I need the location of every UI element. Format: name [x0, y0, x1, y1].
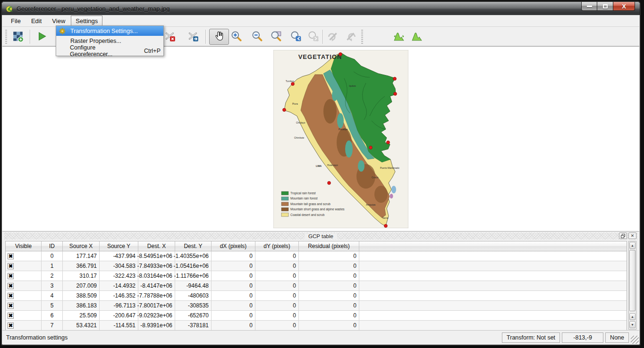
visible-cell[interactable]: ✖: [6, 251, 42, 261]
cell[interactable]: 177.147: [63, 251, 100, 261]
cell[interactable]: 0: [299, 271, 359, 281]
cell[interactable]: 0: [42, 251, 63, 261]
cell[interactable]: -1.05416e+06: [175, 261, 212, 271]
visible-cell[interactable]: ✖: [6, 291, 42, 301]
gcp-row-0[interactable]: ✖0177.147-437.994-8.54951e+06-1.40355e+0…: [6, 251, 627, 261]
column-header-dest-y[interactable]: Dest. Y: [175, 241, 212, 251]
gcp-row-7[interactable]: ✖753.4321-114.551-8.9391e+06-378181000: [6, 321, 627, 331]
gcp-row-1[interactable]: ✖1366.791-304.583-7.84933e+06-1.05416e+0…: [6, 261, 627, 271]
cell[interactable]: -7.84933e+06: [138, 261, 175, 271]
visible-cell[interactable]: ✖: [6, 271, 42, 281]
cell[interactable]: 0: [255, 311, 299, 321]
cell[interactable]: 2: [42, 271, 63, 281]
cell[interactable]: -8.4147e+06: [138, 281, 175, 291]
column-header-dy-pixels[interactable]: dY (pixels): [255, 241, 299, 251]
cell[interactable]: -8.03164e+06: [138, 271, 175, 281]
histogram-stretch-full-button[interactable]: [391, 29, 407, 45]
cell[interactable]: -378181: [175, 321, 212, 331]
visible-cell[interactable]: ✖: [6, 281, 42, 291]
cell[interactable]: 1: [42, 261, 63, 271]
cell[interactable]: [359, 291, 627, 301]
maximize-button[interactable]: [597, 2, 613, 11]
cell[interactable]: 25.509: [63, 311, 100, 321]
toolbar-handle[interactable]: [361, 30, 363, 44]
cell[interactable]: 6: [42, 311, 63, 321]
cell[interactable]: -9464.48: [175, 281, 212, 291]
title-bar[interactable]: Georeferencer - peru_vegetation_and_weat…: [2, 2, 640, 15]
cell[interactable]: 0: [212, 291, 255, 301]
cell[interactable]: 0: [299, 301, 359, 311]
cell[interactable]: -146.352: [100, 291, 138, 301]
gcp-row-5[interactable]: ✖5386.183-96.7113-7.80017e+06-308535000: [6, 301, 627, 311]
cell[interactable]: 3: [42, 281, 63, 291]
gcp-row-4[interactable]: ✖4388.509-146.352-7.78788e+06-480603000: [6, 291, 627, 301]
delete-point-button[interactable]: [162, 29, 178, 45]
cell[interactable]: -96.7113: [100, 301, 138, 311]
gcp-row-2[interactable]: ✖2310.17-322.423-8.03164e+06-1.11766e+06…: [6, 271, 627, 281]
cell[interactable]: [359, 301, 627, 311]
cell[interactable]: -1.11766e+06: [175, 271, 212, 281]
cell[interactable]: -1.40355e+06: [175, 251, 212, 261]
cell[interactable]: 0: [255, 261, 299, 271]
cell[interactable]: 0: [299, 281, 359, 291]
cell[interactable]: [359, 271, 627, 281]
menu-edit[interactable]: Edit: [26, 16, 46, 26]
cell[interactable]: 0: [255, 301, 299, 311]
cell[interactable]: -9.02923e+06: [138, 311, 175, 321]
cell[interactable]: -480603: [175, 291, 212, 301]
zoom-in-button[interactable]: [229, 29, 245, 45]
cell[interactable]: 207.009: [63, 281, 100, 291]
visible-checkbox[interactable]: ✖: [8, 273, 14, 279]
histogram-stretch-local-button[interactable]: [409, 29, 425, 45]
cell[interactable]: [359, 321, 627, 331]
visible-checkbox[interactable]: ✖: [8, 253, 14, 259]
move-point-button[interactable]: [185, 29, 201, 45]
cell[interactable]: -652670: [175, 311, 212, 321]
cell[interactable]: 0: [299, 291, 359, 301]
cell[interactable]: 0: [255, 321, 299, 331]
pan-button[interactable]: [209, 29, 229, 45]
cell[interactable]: 0: [255, 271, 299, 281]
cell[interactable]: [359, 251, 627, 261]
menu-file[interactable]: File: [6, 16, 25, 26]
resize-grip[interactable]: [631, 336, 639, 344]
cell[interactable]: 386.183: [63, 301, 100, 311]
scroll-thumb[interactable]: [629, 250, 636, 311]
cell[interactable]: 4: [42, 291, 63, 301]
cell[interactable]: 0: [255, 281, 299, 291]
cell[interactable]: -8.54951e+06: [138, 251, 175, 261]
cell[interactable]: -304.583: [100, 261, 138, 271]
cell[interactable]: 0: [299, 321, 359, 331]
cell[interactable]: 0: [299, 311, 359, 321]
gcp-row-3[interactable]: ✖3207.009-14.4932-8.4147e+06-9464.48000: [6, 281, 627, 291]
menu-item-transformation-settings[interactable]: Transformation Settings...: [56, 26, 163, 36]
cell[interactable]: [359, 261, 627, 271]
cell[interactable]: 310.17: [63, 271, 100, 281]
visible-checkbox[interactable]: ✖: [8, 293, 14, 299]
visible-checkbox[interactable]: ✖: [8, 263, 14, 269]
column-header-source-x[interactable]: Source X: [63, 241, 100, 251]
cell[interactable]: 0: [299, 261, 359, 271]
scroll-up-button-2[interactable]: ▲: [629, 313, 636, 320]
minimize-button[interactable]: [581, 2, 597, 11]
gcp-table-scrollbar[interactable]: ▲ ▲ ▼: [628, 241, 636, 330]
column-header-residual-pixels[interactable]: Residual (pixels): [299, 241, 359, 251]
cell[interactable]: 53.4321: [63, 321, 100, 331]
raster-canvas[interactable]: VEGETATION TumbesPiuraChiclayoChimboteIq…: [2, 46, 639, 231]
visible-checkbox[interactable]: ✖: [8, 283, 14, 289]
cell[interactable]: 7: [42, 321, 63, 331]
cell[interactable]: -7.80017e+06: [138, 301, 175, 311]
zoom-last-button[interactable]: [288, 29, 304, 45]
visible-cell[interactable]: ✖: [6, 301, 42, 311]
cell[interactable]: 366.791: [63, 261, 100, 271]
cell[interactable]: 0: [255, 291, 299, 301]
visible-cell[interactable]: ✖: [6, 311, 42, 321]
cell[interactable]: 388.509: [63, 291, 100, 301]
cell[interactable]: 0: [299, 251, 359, 261]
cell[interactable]: -14.4932: [100, 281, 138, 291]
zoom-to-layer-button[interactable]: [268, 29, 284, 45]
cell[interactable]: 0: [212, 311, 255, 321]
column-header-visible[interactable]: Visible: [6, 241, 42, 251]
close-button[interactable]: X: [613, 2, 635, 11]
column-header-dx-pixels[interactable]: dX (pixels): [212, 241, 255, 251]
